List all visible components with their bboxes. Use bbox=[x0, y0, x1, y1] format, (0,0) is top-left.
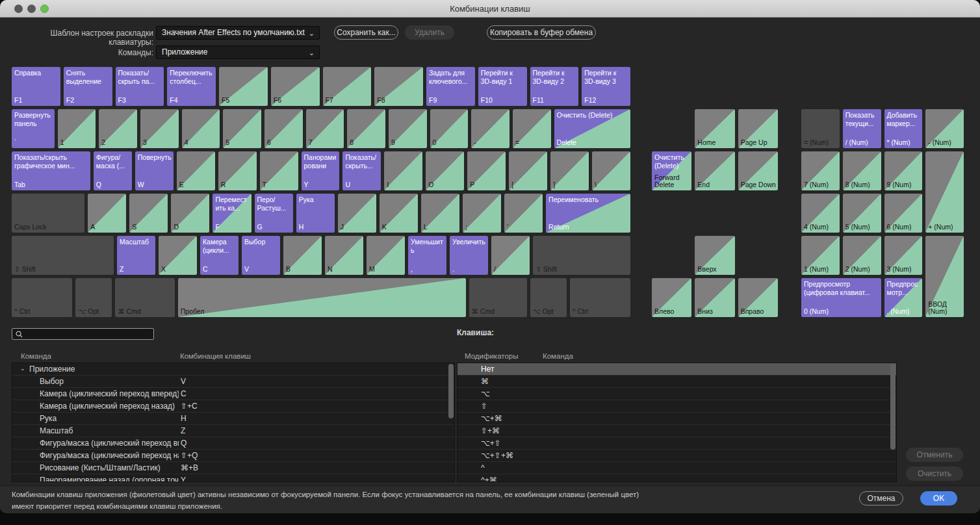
key-B[interactable]: B bbox=[283, 236, 322, 275]
key-K[interactable]: K bbox=[380, 194, 418, 233]
key-+-(Num)[interactable]: + (Num) bbox=[925, 151, 964, 233]
key-Delete[interactable]: Очистить (Delete)Delete bbox=[554, 109, 630, 148]
modifier-row[interactable]: ^ bbox=[458, 462, 896, 474]
key-'[interactable]: ' bbox=[504, 194, 543, 233]
key-D[interactable]: D bbox=[171, 194, 209, 233]
modifier-row[interactable]: ⌥ bbox=[458, 388, 896, 400]
command-row[interactable]: Камера (циклический переход назад)⇧+C bbox=[12, 400, 454, 413]
key-Caps-Lock[interactable]: Caps Lock bbox=[12, 194, 84, 233]
key-S[interactable]: S bbox=[129, 194, 168, 233]
key-=[interactable]: = bbox=[513, 109, 551, 148]
key-U[interactable]: Показать/скрыть...U bbox=[342, 151, 381, 190]
key-T[interactable]: T bbox=[260, 151, 298, 190]
key-8[interactable]: 8 bbox=[347, 109, 385, 148]
key-Q[interactable]: Фигура/маска (...Q bbox=[94, 151, 132, 190]
key-F2[interactable]: Снять выделениеF2 bbox=[64, 67, 112, 106]
command-row[interactable]: Камера (циклический переход вперед)C bbox=[12, 388, 454, 400]
template-dropdown[interactable]: Значения After Effects по умолчанию.txt … bbox=[156, 26, 320, 40]
key-=-(Num)[interactable]: = (Num) bbox=[801, 109, 840, 148]
command-row[interactable]: Панорамирование назад (опорная точка)Y bbox=[12, 474, 454, 482]
key-⌘-Cmd[interactable]: ⌘ Cmd bbox=[115, 278, 175, 317]
cancel-button[interactable]: Отмена bbox=[859, 491, 903, 506]
key-I[interactable]: I bbox=[384, 151, 422, 190]
key---(Num)[interactable]: - (Num) bbox=[925, 109, 964, 148]
key-9[interactable]: 9 bbox=[389, 109, 427, 148]
key-Page-Up[interactable]: Page Up bbox=[738, 109, 778, 148]
key-R[interactable]: R bbox=[218, 151, 257, 190]
key-[[interactable]: [ bbox=[509, 151, 547, 190]
key-][interactable]: ] bbox=[550, 151, 589, 190]
key-⌥-Opt[interactable]: ⌥ Opt bbox=[530, 278, 567, 317]
clear-button[interactable]: Очистить bbox=[906, 467, 963, 481]
command-row[interactable]: Фигура/маска (циклический переход вперед… bbox=[12, 437, 454, 450]
search-input[interactable] bbox=[26, 329, 149, 339]
key-A[interactable]: A bbox=[88, 194, 126, 233]
key-8-(Num)[interactable]: 8 (Num) bbox=[843, 151, 881, 190]
key-F4[interactable]: Переключить столбец...F4 bbox=[167, 67, 216, 106]
key-F3[interactable]: Показать/скрыть па...F3 bbox=[116, 67, 164, 106]
key-F6[interactable]: F6 bbox=[271, 67, 320, 106]
command-row[interactable]: РукаH bbox=[12, 413, 454, 425]
key-7[interactable]: 7 bbox=[306, 109, 344, 148]
key-0[interactable]: 0 bbox=[430, 109, 469, 148]
copy-to-clipboard-button[interactable]: Копировать в буфер обмена bbox=[487, 25, 596, 40]
key-4-(Num)[interactable]: 4 (Num) bbox=[801, 194, 840, 233]
modifier-row[interactable]: ⇧ bbox=[458, 400, 896, 413]
key-⇧-Shift[interactable]: ⇧ Shift bbox=[12, 236, 114, 275]
key-M[interactable]: M bbox=[367, 236, 405, 275]
ok-button[interactable]: OK bbox=[920, 491, 957, 506]
key-9-(Num)[interactable]: 9 (Num) bbox=[884, 151, 923, 190]
key-Влево[interactable]: Влево bbox=[652, 278, 691, 317]
key-N[interactable]: N bbox=[325, 236, 363, 275]
key-⇧-Shift[interactable]: ⇧ Shift bbox=[533, 236, 630, 275]
key-/-(Num)[interactable]: Показать текущи.../ (Num) bbox=[843, 109, 881, 148]
modifier-row[interactable]: Нет bbox=[458, 363, 896, 376]
key-F11[interactable]: Перейти к 3D-виду 2F11 bbox=[530, 67, 579, 106]
key-Tab[interactable]: Показать/скрыть графическое мин...Tab bbox=[12, 151, 90, 190]
key-2[interactable]: 2 bbox=[99, 109, 137, 148]
key-W[interactable]: ПовернутьW bbox=[135, 151, 174, 190]
key-L[interactable]: L bbox=[421, 194, 459, 233]
key-P[interactable]: P bbox=[467, 151, 506, 190]
key-.-(Num)[interactable]: Предпросмотр.... (Num) bbox=[884, 278, 923, 317]
modifier-list-scrollbar[interactable] bbox=[890, 364, 896, 450]
key-\[interactable]: \ bbox=[592, 151, 630, 190]
key-Y[interactable]: ПанорамированиY bbox=[302, 151, 340, 190]
key-1[interactable]: 1 bbox=[58, 109, 96, 148]
key-End[interactable]: End bbox=[695, 151, 734, 190]
key-6[interactable]: 6 bbox=[264, 109, 303, 148]
key-Вверх[interactable]: Вверх bbox=[695, 236, 734, 275]
key-Вниз[interactable]: Вниз bbox=[695, 278, 734, 317]
key-0-(Num)[interactable]: Предпросмотр (цифровая клавиат...0 (Num) bbox=[801, 278, 881, 317]
key-F7[interactable]: F7 bbox=[323, 67, 372, 106]
key-F12[interactable]: Перейти к 3D-виду 3F12 bbox=[582, 67, 630, 106]
modifier-row[interactable]: ⇧+⌘ bbox=[458, 425, 896, 437]
key-5[interactable]: 5 bbox=[223, 109, 261, 148]
key-F[interactable]: Переместить ка...F bbox=[213, 194, 251, 233]
key-V[interactable]: ВыборV bbox=[242, 236, 280, 275]
key-7-(Num)[interactable]: 7 (Num) bbox=[801, 151, 840, 190]
modifier-row[interactable]: ⌥+⌘ bbox=[458, 413, 896, 425]
key--[interactable]: - bbox=[471, 109, 509, 148]
key-O[interactable]: O bbox=[426, 151, 464, 190]
key-E[interactable]: E bbox=[177, 151, 215, 190]
key-Пробел[interactable]: Пробел bbox=[178, 278, 466, 317]
key-*-(Num)[interactable]: Добавить маркер...* (Num) bbox=[884, 109, 923, 148]
modifier-row[interactable]: ⌘ bbox=[458, 376, 896, 388]
command-row[interactable]: ВыборV bbox=[12, 376, 454, 388]
key-^-Ctrl[interactable]: ^ Ctrl bbox=[570, 278, 630, 317]
key-^-Ctrl[interactable]: ^ Ctrl bbox=[12, 278, 72, 317]
key-3[interactable]: 3 bbox=[140, 109, 179, 148]
key-F1[interactable]: СправкаF1 bbox=[12, 67, 60, 106]
command-row[interactable]: Рисование (Кисть/Штамп/Ластик)⌘+B bbox=[12, 462, 454, 474]
key-4[interactable]: 4 bbox=[182, 109, 220, 148]
key-3-(Num)[interactable]: 3 (Num) bbox=[884, 236, 923, 275]
modifier-row[interactable]: ^+⌘ bbox=[458, 474, 896, 482]
key-F5[interactable]: F5 bbox=[219, 67, 268, 106]
modifier-row[interactable]: ⌥+⇧ bbox=[458, 437, 896, 450]
key-1-(Num)[interactable]: 1 (Num) bbox=[801, 236, 840, 275]
key-5-(Num)[interactable]: 5 (Num) bbox=[843, 194, 881, 233]
key-Z[interactable]: МасштабZ bbox=[117, 236, 155, 275]
key-Page-Down[interactable]: Page Down bbox=[738, 151, 778, 190]
command-row[interactable]: МасштабZ bbox=[12, 425, 454, 437]
